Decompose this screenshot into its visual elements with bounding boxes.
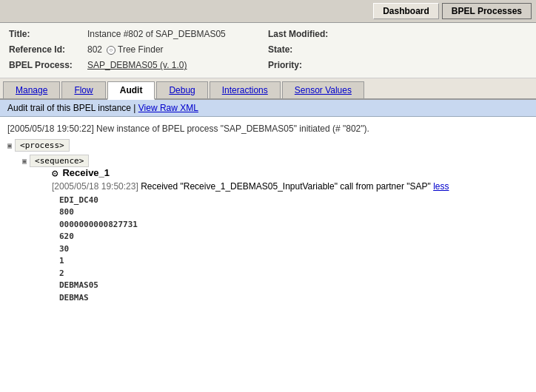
bpel-process-link[interactable]: SAP_DEBMAS05 (v. 1.0) <box>87 58 187 72</box>
bpel-processes-button[interactable]: BPEL Processes <box>442 3 532 19</box>
tab-bar: Manage Flow Audit Debug Interactions Sen… <box>0 78 536 100</box>
tree-finder-icon: ○ <box>107 46 115 55</box>
title-value: Instance #802 of SAP_DEBMAS05 <box>87 27 226 41</box>
xml-line: 620 <box>59 231 529 243</box>
xml-line: 0000000000827731 <box>59 219 529 232</box>
xml-line: 2 <box>59 268 529 280</box>
title-row: Title: Instance #802 of SAP_DEBMAS05 <box>9 27 268 41</box>
sequence-node-label: <sequence> <box>30 155 89 167</box>
audit-header-text: Audit trail of this BPEL instance | <box>7 103 135 113</box>
view-raw-xml-link[interactable]: View Raw XML <box>138 103 198 113</box>
tab-debug[interactable]: Debug <box>156 81 207 98</box>
tree-finder-label[interactable]: Tree Finder <box>118 43 164 57</box>
title-label: Title: <box>9 27 83 41</box>
process-node: ▣ <process> ▣ <sequence> ⚙ Receive_1 [20… <box>7 139 529 305</box>
xml-line: DEBMAS05 <box>59 280 529 292</box>
tab-manage[interactable]: Manage <box>3 81 60 98</box>
less-link[interactable]: less <box>433 181 449 192</box>
tab-flow[interactable]: Flow <box>61 81 105 98</box>
xml-line: EDI_DC40 <box>59 195 529 207</box>
top-bar: Dashboard BPEL Processes <box>0 0 536 23</box>
receive-name: Receive_1 <box>62 167 110 178</box>
priority-label: Priority: <box>268 58 342 72</box>
tree-finder[interactable]: ○ Tree Finder <box>107 43 164 57</box>
receive-title: ⚙ Receive_1 <box>52 167 529 179</box>
collapse-icon: ▣ <box>7 141 12 149</box>
content-area: [2005/05/18 19:50:22] New instance of BP… <box>0 117 536 392</box>
info-section: Title: Instance #802 of SAP_DEBMAS05 Las… <box>0 23 536 78</box>
xml-line: 30 <box>59 243 529 256</box>
last-modified-row: Last Modified: <box>268 27 527 41</box>
process-node-header[interactable]: ▣ <process> <box>7 139 529 152</box>
audit-trail-header: Audit trail of this BPEL instance | View… <box>0 100 536 117</box>
priority-row: Priority: <box>268 58 527 72</box>
bpel-process-row: BPEL Process: SAP_DEBMAS05 (v. 1.0) <box>9 58 268 72</box>
receive-icon: ⚙ <box>52 167 58 179</box>
receive-description: Received "Receive_1_DEBMAS05_InputVariab… <box>141 181 431 192</box>
bpel-process-label: BPEL Process: <box>9 58 83 72</box>
reference-id-label: Reference Id: <box>9 43 83 57</box>
reference-id-row: Reference Id: 802 ○ Tree Finder <box>9 43 268 57</box>
receive-timestamp: [2005/05/18 19:50:23] <box>52 181 138 192</box>
dashboard-button[interactable]: Dashboard <box>373 3 439 19</box>
sequence-node: ▣ <sequence> ⚙ Receive_1 [2005/05/18 19:… <box>22 155 529 305</box>
instance-message: [2005/05/18 19:50:22] New instance of BP… <box>7 121 529 136</box>
tab-sensor-values[interactable]: Sensor Values <box>282 81 364 98</box>
xml-line: DEBMAS <box>59 292 529 305</box>
xml-line: 800 <box>59 206 529 219</box>
receive-section: ⚙ Receive_1 [2005/05/18 19:50:23] Receiv… <box>52 167 529 305</box>
last-modified-label: Last Modified: <box>268 27 342 41</box>
tab-audit[interactable]: Audit <box>107 81 155 100</box>
receive-message: [2005/05/18 19:50:23] Received "Receive_… <box>52 181 529 192</box>
sequence-collapse-icon: ▣ <box>22 157 27 165</box>
sequence-node-header[interactable]: ▣ <sequence> <box>22 155 529 167</box>
state-label: State: <box>268 43 342 57</box>
xml-line: 1 <box>59 255 529 268</box>
state-row: State: <box>268 43 527 57</box>
process-node-label: <process> <box>15 139 70 152</box>
reference-id-value: 802 <box>87 43 102 57</box>
xml-content: EDI_DC40 800 0000000000827731 620 30 1 2… <box>59 195 529 305</box>
tab-interactions[interactable]: Interactions <box>210 81 281 98</box>
